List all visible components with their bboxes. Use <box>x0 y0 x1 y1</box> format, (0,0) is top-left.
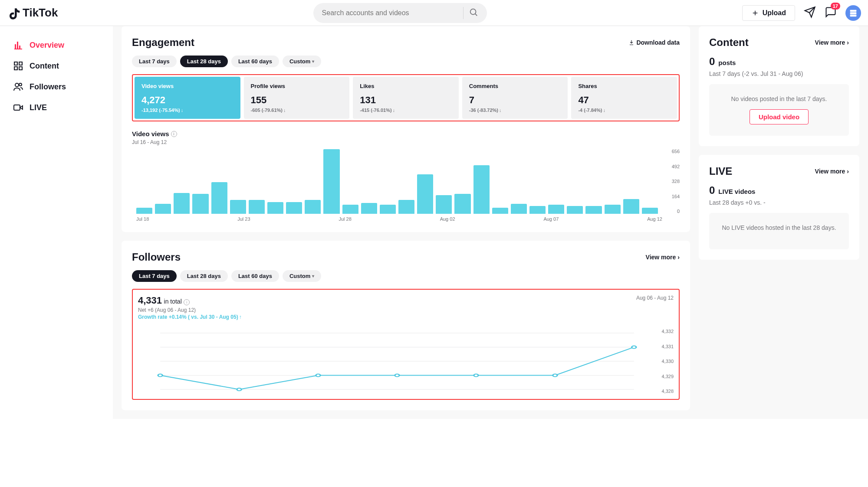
bar[interactable] <box>398 200 414 214</box>
bar[interactable] <box>473 165 490 214</box>
svg-point-22 <box>632 346 636 349</box>
live-title: LIVE <box>709 165 732 177</box>
svg-point-18 <box>316 374 320 377</box>
bar[interactable] <box>249 200 265 214</box>
download-data-link[interactable]: Download data <box>628 39 680 46</box>
bar[interactable] <box>529 206 546 214</box>
bar-chart-xaxis: Jul 18Jul 23Jul 28Aug 02Aug 07Aug 12 <box>132 214 680 222</box>
bar[interactable] <box>454 194 470 214</box>
followers-summary: 4,331 in total i Net +6 (Aug 06 - Aug 12… <box>132 289 680 400</box>
svg-point-9 <box>19 83 22 86</box>
inbox-icon[interactable]: 17 <box>825 6 837 20</box>
live-panel: LIVE View more › 0 LIVE videos Last 28 d… <box>699 155 859 260</box>
bar[interactable] <box>605 205 621 214</box>
search-bar[interactable] <box>313 3 487 23</box>
tiktok-icon <box>7 6 21 20</box>
chip-custom[interactable]: Custom▾ <box>283 56 321 67</box>
chevron-down-icon: ▾ <box>312 274 314 278</box>
upload-button[interactable]: Upload <box>742 5 795 21</box>
arrow-down-icon: ↓ <box>499 108 502 113</box>
stat-comments[interactable]: Comments 7 -36 (-83.72%)↓ <box>462 77 568 119</box>
sidebar-item-followers[interactable]: Followers <box>9 76 113 97</box>
sidebar-item-content[interactable]: Content <box>9 56 113 76</box>
arrow-up-icon: ↑ <box>239 314 242 320</box>
bar[interactable] <box>174 193 190 214</box>
search-icon[interactable] <box>469 7 478 19</box>
content-viewmore[interactable]: View more › <box>815 39 849 46</box>
sidebar-item-overview[interactable]: Overview <box>9 35 113 56</box>
arrow-down-icon: ↓ <box>283 108 286 113</box>
chip-60days[interactable]: Last 60 days <box>231 56 279 67</box>
chip-7days[interactable]: Last 7 days <box>132 56 177 67</box>
bar[interactable] <box>585 206 602 214</box>
svg-rect-1 <box>850 10 857 12</box>
avatar-icon <box>848 8 858 18</box>
bar[interactable] <box>267 202 283 214</box>
upload-video-button[interactable]: Upload video <box>750 109 809 124</box>
bar-chart: 6564923281640 <box>132 149 680 214</box>
bar[interactable] <box>511 204 527 214</box>
bar[interactable] <box>211 182 227 214</box>
arrow-down-icon: ↓ <box>393 108 395 113</box>
chip-28days[interactable]: Last 28 days <box>180 56 228 67</box>
main-content: Engagement Download data Last 7 days Las… <box>113 26 868 419</box>
engagement-card: Engagement Download data Last 7 days Las… <box>122 26 690 232</box>
stat-shares[interactable]: Shares 47 -4 (-7.84%)↓ <box>571 77 677 119</box>
bar[interactable] <box>567 206 583 214</box>
stat-likes[interactable]: Likes 131 -415 (-76.01%)↓ <box>353 77 459 119</box>
svg-rect-5 <box>19 62 22 65</box>
live-count: 0 <box>709 184 715 196</box>
bar[interactable] <box>323 149 339 214</box>
followers-growth: Growth rate +0.14% ( vs. Jul 30 - Aug 05… <box>138 314 242 320</box>
side-column: Content View more › 0 posts Last 7 days … <box>699 26 859 419</box>
stat-profile-views[interactable]: Profile views 155 -605 (-79.61%)↓ <box>244 77 350 119</box>
stat-video-views[interactable]: Video views 4,272 -13,192 (-75.54%)↓ <box>135 77 240 119</box>
stats-row: Video views 4,272 -13,192 (-75.54%)↓ Pro… <box>132 74 680 121</box>
top-header: TikTok Upload 17 <box>0 0 868 26</box>
bar[interactable] <box>155 204 171 214</box>
svg-rect-7 <box>19 67 22 70</box>
bar[interactable] <box>286 202 302 214</box>
bar[interactable] <box>230 200 246 214</box>
sidebar-item-label: Overview <box>30 41 64 50</box>
sidebar-item-label: Followers <box>30 82 66 92</box>
bar[interactable] <box>417 174 433 214</box>
bar[interactable] <box>380 205 396 214</box>
search-input[interactable] <box>322 9 458 17</box>
svg-point-8 <box>15 83 19 87</box>
tiktok-logo[interactable]: TikTok <box>7 6 58 20</box>
sidebar: Overview Content Followers LIVE <box>0 26 113 419</box>
send-icon[interactable] <box>804 6 816 20</box>
bar[interactable] <box>305 200 321 214</box>
bar[interactable] <box>623 199 639 214</box>
bar[interactable] <box>492 208 508 214</box>
bar[interactable] <box>342 205 358 214</box>
live-meta: Last 28 days +0 vs. - <box>709 199 849 206</box>
content-panel: Content View more › 0 posts Last 7 days … <box>699 26 859 146</box>
notifications-badge: 17 <box>831 3 840 10</box>
bar[interactable] <box>361 203 377 214</box>
bar[interactable] <box>436 195 452 214</box>
chip-60days[interactable]: Last 60 days <box>231 270 279 282</box>
chip-28days[interactable]: Last 28 days <box>180 270 228 282</box>
info-icon[interactable]: i <box>184 299 190 305</box>
svg-point-19 <box>395 374 399 377</box>
plus-icon <box>751 9 759 17</box>
avatar[interactable] <box>845 5 861 21</box>
chip-7days[interactable]: Last 7 days <box>132 270 177 282</box>
live-empty: No LIVE videos hosted in the last 28 day… <box>709 213 849 249</box>
followers-title: Followers <box>132 251 181 263</box>
sidebar-item-live[interactable]: LIVE <box>9 97 113 118</box>
bar[interactable] <box>136 208 152 214</box>
svg-rect-6 <box>14 67 17 70</box>
bar[interactable] <box>192 194 208 214</box>
svg-point-17 <box>237 388 241 391</box>
bar[interactable] <box>642 208 658 214</box>
brand-text: TikTok <box>23 6 58 20</box>
info-icon[interactable]: i <box>171 131 177 137</box>
bar[interactable] <box>548 205 564 214</box>
followers-card: Followers View more › Last 7 days Last 2… <box>122 241 690 410</box>
chip-custom[interactable]: Custom▾ <box>283 270 321 282</box>
live-viewmore[interactable]: View more › <box>815 168 849 175</box>
followers-viewmore[interactable]: View more › <box>646 254 680 261</box>
